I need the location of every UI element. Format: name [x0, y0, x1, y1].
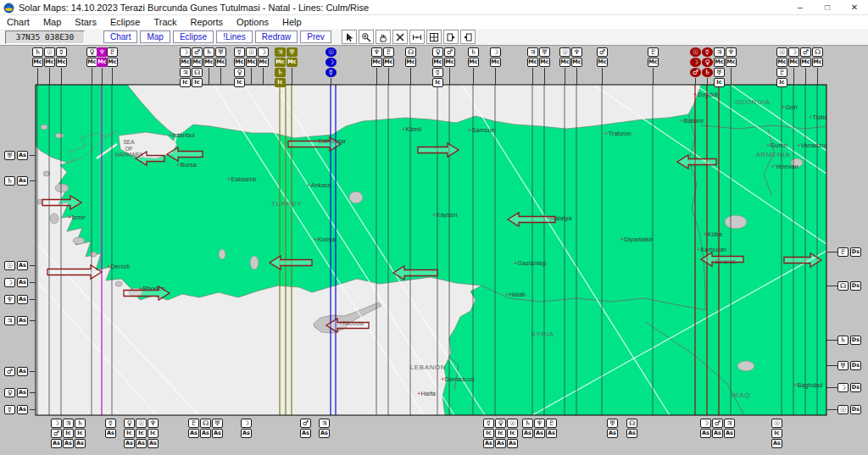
planet-glyph-marker[interactable]: Mc — [107, 58, 118, 67]
planet-glyph-marker[interactable]: ♅ — [714, 68, 725, 77]
planet-glyph-marker[interactable]: ☽ — [51, 419, 62, 428]
planet-glyph-marker[interactable]: Ic — [275, 78, 286, 87]
planet-glyph-marker[interactable]: ♀ — [234, 68, 245, 77]
planet-glyph-marker[interactable]: ♇ — [648, 47, 659, 57]
next-page-tool[interactable] — [460, 30, 476, 44]
planet-glyph-marker[interactable]: ☉ — [837, 405, 849, 414]
planet-glyph-marker[interactable]: As — [507, 439, 518, 448]
planet-glyph-marker[interactable]: ☉ — [246, 47, 257, 57]
planet-glyph-marker[interactable]: ♅ — [287, 47, 298, 57]
planet-glyph-marker[interactable]: Mc — [275, 58, 286, 67]
planet-glyph-marker[interactable]: Mc — [648, 58, 659, 67]
planet-glyph-marker[interactable]: ☊ — [626, 419, 637, 428]
planet-glyph-marker[interactable]: ♃ — [180, 68, 191, 77]
lines-button[interactable]: !Lines — [216, 31, 253, 43]
planet-glyph-marker[interactable]: As — [17, 278, 28, 287]
planet-glyph-marker[interactable]: ♂ — [444, 47, 455, 57]
planet-glyph-marker[interactable]: Ds — [850, 281, 861, 291]
planet-glyph-marker[interactable]: ♂ — [690, 68, 701, 77]
planet-glyph-marker[interactable]: Mc — [32, 58, 43, 67]
maximize-button[interactable]: □ — [814, 0, 841, 14]
planet-glyph-marker[interactable]: Mc — [726, 58, 737, 67]
planet-glyph-marker[interactable]: ♂ — [51, 429, 62, 438]
planet-glyph-marker[interactable]: Ic — [771, 429, 782, 438]
planet-glyph-marker[interactable]: ♄ — [468, 47, 479, 57]
planet-glyph-marker[interactable]: Mc — [44, 58, 55, 67]
zoom-tool[interactable] — [359, 30, 374, 44]
planet-glyph-marker[interactable]: As — [105, 429, 116, 438]
planet-glyph-marker[interactable]: As — [522, 429, 533, 438]
close-button[interactable]: ✕ — [841, 0, 868, 14]
planet-glyph-marker[interactable]: Ds — [850, 405, 861, 414]
planet-glyph-marker[interactable]: ☽ — [700, 419, 711, 428]
planet-glyph-marker[interactable]: Mc — [180, 58, 191, 67]
planet-glyph-marker[interactable]: ♅ — [215, 47, 226, 57]
planet-glyph-marker[interactable]: ☉ — [4, 261, 15, 270]
planet-glyph-marker[interactable]: ♄ — [837, 336, 849, 345]
planet-glyph-marker[interactable]: As — [17, 151, 28, 160]
planet-glyph-marker[interactable]: ♀ — [432, 47, 443, 57]
planet-glyph-marker[interactable]: Mc — [490, 58, 501, 67]
menu-eclipse[interactable]: Eclipse — [103, 17, 147, 27]
planet-glyph-marker[interactable]: As — [534, 429, 545, 438]
planet-glyph-marker[interactable]: As — [17, 388, 28, 397]
planet-glyph-marker[interactable]: As — [17, 367, 28, 376]
planet-glyph-marker[interactable]: ♀ — [702, 58, 713, 67]
prev-button[interactable]: Prev — [300, 31, 331, 43]
planet-glyph-marker[interactable]: As — [200, 429, 211, 438]
erase-tool[interactable] — [392, 30, 408, 44]
planet-glyph-marker[interactable]: ♅ — [539, 47, 550, 57]
planet-glyph-marker[interactable]: Mc — [714, 58, 725, 67]
planet-glyph-marker[interactable]: Ic — [124, 429, 135, 438]
planet-glyph-marker[interactable]: ♅ — [837, 361, 849, 370]
planet-glyph-marker[interactable]: Ic — [432, 78, 443, 87]
planet-glyph-marker[interactable]: As — [607, 429, 618, 438]
planet-glyph-marker[interactable]: As — [17, 316, 28, 325]
planet-glyph-marker[interactable]: Ds — [850, 361, 861, 370]
grid-tool[interactable] — [426, 30, 442, 44]
planet-glyph-marker[interactable]: ♇ — [188, 419, 199, 428]
planet-glyph-marker[interactable]: ☊ — [200, 419, 211, 428]
planet-glyph-marker[interactable]: Ic — [776, 78, 787, 87]
planet-glyph-marker[interactable]: As — [495, 439, 506, 448]
planet-glyph-marker[interactable]: ☿ — [432, 68, 443, 77]
planet-glyph-marker[interactable]: As — [626, 429, 637, 438]
planet-glyph-marker[interactable]: As — [319, 429, 330, 438]
planet-glyph-marker[interactable]: ☽ — [690, 58, 701, 67]
planet-glyph-marker[interactable]: Mc — [405, 58, 416, 67]
eclipse-button[interactable]: Eclipse — [173, 31, 214, 43]
planet-glyph-marker[interactable]: ♂ — [800, 47, 811, 57]
planet-glyph-marker[interactable]: ☽ — [258, 47, 269, 57]
planet-glyph-marker[interactable]: Mc — [788, 58, 799, 67]
planet-glyph-marker[interactable]: Mc — [56, 58, 67, 67]
planet-glyph-marker[interactable]: ☽ — [326, 58, 337, 67]
planet-glyph-marker[interactable]: Ic — [714, 78, 725, 87]
planet-glyph-marker[interactable]: Ds — [850, 383, 861, 392]
planet-glyph-marker[interactable]: As — [724, 429, 735, 438]
menu-map[interactable]: Map — [36, 17, 68, 27]
planet-glyph-marker[interactable]: ♀ — [124, 419, 135, 428]
planet-glyph-marker[interactable]: ☊ — [405, 47, 416, 57]
planet-glyph-marker[interactable]: ☊ — [837, 281, 849, 291]
planet-glyph-marker[interactable]: Mc — [192, 58, 203, 67]
planet-glyph-marker[interactable]: Mc — [571, 58, 582, 67]
planet-glyph-marker[interactable]: ☽ — [4, 278, 15, 287]
planet-glyph-marker[interactable]: Ic — [147, 429, 159, 438]
planet-glyph-marker[interactable]: ☉ — [690, 47, 701, 57]
planet-glyph-marker[interactable]: ♃ — [527, 47, 538, 57]
planet-glyph-marker[interactable]: ♄ — [702, 68, 713, 77]
planet-glyph-marker[interactable]: Ic — [63, 429, 74, 438]
planet-glyph-marker[interactable]: Mc — [258, 58, 269, 67]
planet-glyph-marker[interactable]: ♂ — [4, 367, 15, 376]
planet-glyph-marker[interactable]: As — [63, 439, 74, 448]
menu-options[interactable]: Options — [230, 17, 275, 27]
planet-glyph-marker[interactable]: As — [51, 439, 62, 448]
planet-glyph-marker[interactable]: As — [483, 439, 494, 448]
planet-glyph-marker[interactable]: As — [700, 429, 711, 438]
planet-glyph-marker[interactable]: As — [300, 429, 311, 438]
planet-glyph-marker[interactable]: Ds — [850, 336, 861, 345]
planet-glyph-marker[interactable]: ♇ — [383, 47, 394, 57]
prev-page-tool[interactable] — [443, 30, 459, 44]
planet-glyph-marker[interactable]: ☿ — [4, 405, 15, 414]
planet-glyph-marker[interactable]: ♃ — [319, 419, 330, 428]
